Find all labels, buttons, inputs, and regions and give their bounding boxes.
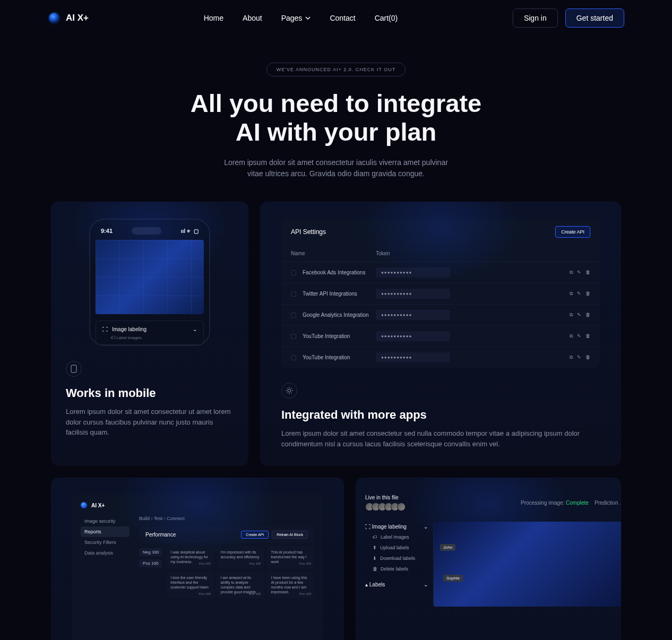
delete-icon[interactable]: 🗑 (585, 354, 590, 360)
dashboard-mockup: AI X+ Image securityReportsSecurity Filt… (72, 495, 323, 640)
svg-rect-0 (71, 365, 76, 373)
copy-icon[interactable]: ⧉ (570, 312, 573, 318)
avatar (397, 503, 406, 511)
logo-icon (48, 12, 61, 24)
api-row: Facebook Ads Integrations●●●●●●●●●●⧉✎🗑 (281, 262, 600, 283)
checkbox[interactable] (291, 313, 296, 318)
api-settings-title: API Settings (291, 228, 326, 236)
edit-icon[interactable]: ✎ (577, 354, 581, 360)
api-panel: API Settings Create API Name Token Faceb… (281, 219, 600, 368)
retrain-button[interactable]: Retrain AI Block (272, 531, 308, 539)
dash-logo-icon (81, 502, 87, 508)
sidebar-item[interactable]: Image security (81, 516, 130, 526)
collab-side-item[interactable]: ⬇Download labels (365, 553, 428, 564)
api-token: ●●●●●●●●●● (376, 267, 450, 278)
copy-icon[interactable]: ⧉ (570, 270, 573, 275)
card-title: Works in mobile (51, 386, 248, 400)
review-card: I was skeptical about using AI technolog… (167, 546, 214, 568)
delete-icon[interactable]: 🗑 (585, 333, 590, 339)
pos-badge: Pos 100 (139, 559, 162, 567)
announcement-badge[interactable]: WE'VE ANNOUNCED AI+ 2.0. CHECK IT OUT (266, 63, 406, 76)
review-card: This AI product has transformed the way … (267, 546, 314, 568)
api-row: YouTube Integration●●●●●●●●●●⧉✎🗑 (281, 325, 600, 347)
label-box: ⛶Image labeling⌄ 🏷 Label images (96, 321, 204, 345)
col-token: Token (376, 250, 390, 256)
collab-side-item[interactable]: ⬆Upload labels (365, 542, 428, 553)
edit-icon[interactable]: ✎ (577, 312, 581, 318)
chevron-down-icon: ⌄ (424, 582, 428, 587)
signin-button[interactable]: Sign in (513, 8, 558, 28)
mobile-icon (66, 361, 82, 377)
dash-brand: AI X+ (91, 503, 105, 508)
sidebar-item[interactable]: Reports (81, 526, 130, 537)
collab-image: ▶✋🔍 John Sophie (433, 522, 621, 607)
phone-image (96, 240, 204, 314)
api-name: Facebook Ads Integrations (303, 270, 376, 275)
neg-badge: Neg 100 (139, 548, 162, 556)
col-name: Name (291, 250, 376, 256)
review-card: I love the user-friendly interface and t… (167, 572, 214, 598)
delete-icon[interactable]: 🗑 (585, 312, 590, 318)
review-card: I am amazed at its ability to analyze co… (217, 572, 264, 598)
sidebar-item[interactable]: Data analysis (81, 548, 130, 558)
edit-icon[interactable]: ✎ (577, 270, 581, 275)
api-row: YouTube Integration●●●●●●●●●●⧉✎🗑 (281, 347, 600, 368)
api-token: ●●●●●●●●●● (376, 289, 450, 299)
api-token: ●●●●●●●●●● (376, 352, 450, 362)
delete-icon[interactable]: 🗑 (585, 270, 590, 275)
copy-icon[interactable]: ⧉ (570, 291, 573, 297)
logo[interactable]: AI X+ (48, 12, 89, 24)
checkbox[interactable] (291, 355, 296, 360)
checkbox[interactable] (291, 291, 296, 297)
avatars (365, 503, 406, 511)
nav-home[interactable]: Home (204, 14, 223, 22)
card-title: Integrated with more apps (260, 408, 621, 422)
edit-icon[interactable]: ✎ (577, 333, 581, 339)
nav-cart[interactable]: Cart(0) (375, 14, 398, 22)
delete-icon[interactable]: 🗑 (585, 291, 590, 297)
performance-title: Performance (145, 532, 176, 538)
card-desc: Lorem ipsum dolor sit amet consectetur s… (260, 428, 621, 449)
chevron-down-icon: ⌄ (193, 326, 197, 332)
collab-side-item[interactable]: 🏷Label images (365, 532, 428, 542)
api-row: Google Analytics Integration●●●●●●●●●●⧉✎… (281, 304, 600, 325)
crop-icon: ⛶ (102, 326, 108, 332)
checkbox[interactable] (291, 334, 296, 339)
image-labeling-text: Image labeling (112, 326, 147, 332)
api-token: ●●●●●●●●●● (376, 310, 450, 320)
api-name: Twitter API Integrations (303, 291, 376, 297)
nav-contact[interactable]: Contact (330, 14, 355, 22)
breadcrumb: Build › Test › Connect (139, 516, 314, 521)
checkbox[interactable] (291, 270, 296, 275)
hero-subtitle: Lorem ipsum dolor sit amet consectetur i… (0, 157, 672, 179)
tag-sophie: Sophie (443, 575, 463, 582)
card-integrations: API Settings Create API Name Token Faceb… (260, 202, 621, 466)
collab-side-item[interactable]: 🗑Delete labels (365, 564, 428, 574)
phone-mockup: 9:41 ıılᯤ▢ ⛶Image labeling⌄ 🏷 Label imag… (89, 219, 210, 346)
phone-time: 9:41 (101, 228, 113, 234)
card-collab: Live in this file Processing image: Comp… (356, 478, 621, 640)
card-dashboard: AI X+ Image securityReportsSecurity Filt… (51, 478, 344, 640)
api-name: YouTube Integration (303, 333, 376, 339)
logo-text: AI X+ (66, 13, 89, 23)
dashboard-sidebar: Image securityReportsSecurity FiltersDat… (81, 516, 130, 598)
phone-notch (132, 227, 161, 235)
edit-icon[interactable]: ✎ (577, 291, 581, 297)
processing-status: Processing image: Complete Prediction . (521, 500, 621, 506)
nav-about[interactable]: About (243, 14, 262, 22)
image-labeling-header[interactable]: ⛶ Image labeling⌄ (365, 522, 428, 532)
live-label: Live in this file (365, 495, 406, 500)
api-name: YouTube Integration (303, 354, 376, 360)
create-api-button[interactable]: Create API (555, 226, 590, 238)
labels-header[interactable]: ▴ Labels⌄ (365, 580, 428, 590)
create-api-button[interactable]: Create API (241, 531, 269, 539)
nav-pages[interactable]: Pages (281, 14, 311, 22)
copy-icon[interactable]: ⧉ (570, 354, 573, 360)
tag-john: John (440, 544, 455, 551)
copy-icon[interactable]: ⧉ (570, 333, 573, 339)
sidebar-item[interactable]: Security Filters (81, 537, 130, 548)
card-desc: Lorem ipsum dolor sit amet consectetur u… (51, 407, 248, 438)
getstarted-button[interactable]: Get started (565, 8, 624, 28)
card-mobile: 9:41 ıılᯤ▢ ⛶Image labeling⌄ 🏷 Label imag… (51, 202, 248, 466)
svg-point-1 (288, 389, 291, 392)
